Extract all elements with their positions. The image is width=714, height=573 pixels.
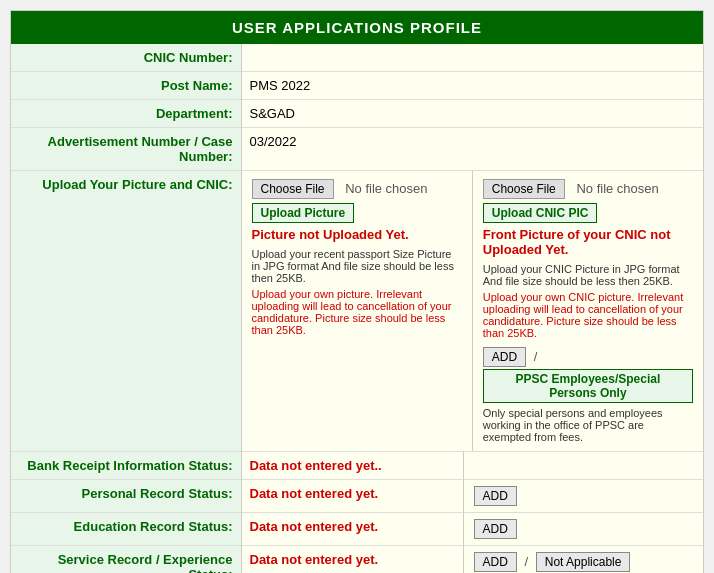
bank-right-cell — [463, 452, 703, 480]
upload-picture-button[interactable]: Upload Picture — [252, 203, 355, 223]
cnic-info-1: Upload your CNIC Picture in JPG format A… — [483, 263, 693, 287]
dept-label: Department: — [11, 100, 241, 128]
cnic-status: Front Picture of your CNIC not Uploaded … — [483, 227, 693, 257]
page-title: USER APPLICATIONS PROFILE — [11, 11, 703, 44]
ppsc-info: Only special persons and employees worki… — [483, 407, 693, 443]
cnic-label: CNIC Number: — [11, 44, 241, 72]
education-label: Education Record Status: — [11, 513, 241, 546]
adv-value: 03/2022 — [241, 128, 703, 171]
bank-status: Data not entered yet.. — [241, 452, 463, 480]
picture-info-2: Upload your own picture. Irrelevant uplo… — [252, 288, 462, 336]
upload-cnic-section: Choose File No file chosen Upload CNIC P… — [473, 171, 703, 451]
personal-label: Personal Record Status: — [11, 480, 241, 513]
bank-label: Bank Receipt Information Status: — [11, 452, 241, 480]
education-status: Data not entered yet. — [241, 513, 463, 546]
cnic-add-button[interactable]: ADD — [483, 347, 526, 367]
education-add-button[interactable]: ADD — [474, 519, 517, 539]
post-value: PMS 2022 — [241, 72, 703, 100]
personal-add-cell: ADD — [463, 480, 703, 513]
cnic-info-2: Upload your own CNIC picture. Irrelevant… — [483, 291, 693, 339]
dept-value: S&GAD — [241, 100, 703, 128]
picture-status: Picture not Uploaded Yet. — [252, 227, 462, 242]
not-applicable-button[interactable]: Not Applicable — [536, 552, 631, 572]
no-file-label-cnic: No file chosen — [576, 181, 658, 196]
service-add-button[interactable]: ADD — [474, 552, 517, 572]
post-label: Post Name: — [11, 72, 241, 100]
cnic-value — [241, 44, 703, 72]
upload-picture-section: Choose File No file chosen Upload Pictur… — [242, 171, 473, 451]
no-file-label-picture: No file chosen — [345, 181, 427, 196]
service-label: Service Record / Experience Status: — [11, 546, 241, 574]
upload-cnic-button[interactable]: Upload CNIC PIC — [483, 203, 598, 223]
choose-file-button-picture[interactable]: Choose File — [252, 179, 334, 199]
picture-info-1: Upload your recent passport Size Picture… — [252, 248, 462, 284]
personal-add-button[interactable]: ADD — [474, 486, 517, 506]
adv-label: Advertisement Number / Case Number: — [11, 128, 241, 171]
service-add-cell: ADD / Not Applicable — [463, 546, 703, 574]
service-status: Data not entered yet. — [241, 546, 463, 574]
ppsc-employees-button[interactable]: PPSC Employees/Special Persons Only — [483, 369, 693, 403]
personal-status: Data not entered yet. — [241, 480, 463, 513]
upload-section-label: Upload Your Picture and CNIC: — [11, 171, 241, 452]
choose-file-button-cnic[interactable]: Choose File — [483, 179, 565, 199]
education-add-cell: ADD — [463, 513, 703, 546]
